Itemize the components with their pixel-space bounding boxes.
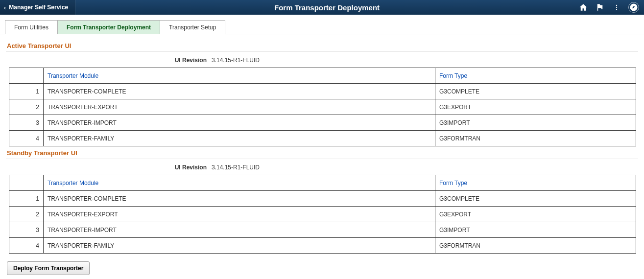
table-row: 3 TRANSPORTER-IMPORT G3IMPORT [9, 222, 636, 238]
breadcrumb-back[interactable]: ‹ Manager Self Service [0, 0, 75, 15]
cell-module: TRANSPORTER-EXPORT [44, 99, 435, 115]
cell-form-type: G3IMPORT [435, 222, 636, 238]
more-vertical-icon[interactable] [612, 2, 621, 12]
table-header-row: Transporter Module Form Type [9, 68, 636, 84]
app-header: ‹ Manager Self Service Form Transporter … [0, 0, 644, 15]
active-revision-value: 3.14.15-R1-FLUID [212, 57, 260, 64]
cell-module: TRANSPORTER-FAMILY [44, 131, 435, 146]
row-number: 4 [9, 131, 44, 146]
row-number: 1 [9, 191, 44, 207]
cell-form-type: G3COMPLETE [435, 191, 636, 207]
standby-revision-value: 3.14.15-R1-FLUID [212, 164, 260, 171]
header-actions [578, 2, 644, 13]
standby-transporter-table: Transporter Module Form Type 1 TRANSPORT… [9, 175, 636, 254]
row-number: 3 [9, 222, 44, 238]
table-row: 2 TRANSPORTER-EXPORT G3EXPORT [9, 99, 636, 115]
col-transporter-module[interactable]: Transporter Module [44, 68, 435, 84]
section-title-standby: Standby Transporter UI [7, 149, 638, 157]
cell-form-type: G3FORMTRAN [435, 131, 636, 146]
chevron-left-icon: ‹ [4, 4, 6, 11]
active-transporter-table: Transporter Module Form Type 1 TRANSPORT… [9, 68, 636, 146]
table-row: 4 TRANSPORTER-FAMILY G3FORMTRAN [9, 131, 636, 146]
table-row: 4 TRANSPORTER-FAMILY G3FORMTRAN [9, 238, 636, 254]
col-form-type[interactable]: Form Type [435, 175, 636, 191]
breadcrumb-label: Manager Self Service [9, 4, 68, 11]
active-revision-row: UI Revision 3.14.15-R1-FLUID [6, 57, 638, 64]
deploy-form-transporter-button[interactable]: Deploy Form Transporter [7, 261, 90, 275]
cell-module: TRANSPORTER-FAMILY [44, 238, 435, 254]
tab-form-utilities[interactable]: Form Utilities [5, 20, 58, 34]
tab-form-transporter-deployment[interactable]: Form Transporter Deployment [57, 20, 160, 34]
cell-form-type: G3IMPORT [435, 115, 636, 131]
svg-point-0 [616, 5, 617, 6]
home-icon[interactable] [578, 2, 588, 12]
cell-form-type: G3COMPLETE [435, 84, 636, 99]
cell-module: TRANSPORTER-COMPLETE [44, 191, 435, 207]
standby-revision-row: UI Revision 3.14.15-R1-FLUID [6, 164, 638, 171]
table-row: 1 TRANSPORTER-COMPLETE G3COMPLETE [9, 191, 636, 207]
table-row: 3 TRANSPORTER-IMPORT G3IMPORT [9, 115, 636, 131]
row-number: 3 [9, 115, 44, 131]
table-row: 1 TRANSPORTER-COMPLETE G3COMPLETE [9, 84, 636, 99]
table-header-row: Transporter Module Form Type [9, 175, 636, 191]
col-form-type[interactable]: Form Type [435, 68, 636, 84]
tab-bar: Form Utilities Form Transporter Deployme… [0, 15, 644, 34]
section-title-active: Active Transporter UI [7, 42, 638, 49]
cell-form-type: G3EXPORT [435, 207, 636, 222]
compass-icon[interactable] [628, 2, 639, 13]
cell-module: TRANSPORTER-COMPLETE [44, 84, 435, 99]
flag-icon[interactable] [595, 2, 605, 12]
svg-point-1 [616, 7, 617, 8]
cell-module: TRANSPORTER-IMPORT [44, 222, 435, 238]
cell-module: TRANSPORTER-IMPORT [44, 115, 435, 131]
active-revision-label: UI Revision [6, 57, 212, 64]
standby-revision-label: UI Revision [6, 164, 212, 171]
row-number: 4 [9, 238, 44, 254]
col-transporter-module[interactable]: Transporter Module [44, 175, 435, 191]
cell-form-type: G3FORMTRAN [435, 238, 636, 254]
row-number: 2 [9, 207, 44, 222]
page-title: Form Transporter Deployment [75, 3, 578, 12]
table-row: 2 TRANSPORTER-EXPORT G3EXPORT [9, 207, 636, 222]
row-number: 2 [9, 99, 44, 115]
tab-transporter-setup[interactable]: Transporter Setup [160, 20, 225, 34]
col-blank [9, 175, 44, 191]
col-blank [9, 68, 44, 84]
main-content: Active Transporter UI UI Revision 3.14.1… [0, 34, 644, 279]
cell-module: TRANSPORTER-EXPORT [44, 207, 435, 222]
row-number: 1 [9, 84, 44, 99]
svg-point-2 [616, 9, 617, 10]
cell-form-type: G3EXPORT [435, 99, 636, 115]
